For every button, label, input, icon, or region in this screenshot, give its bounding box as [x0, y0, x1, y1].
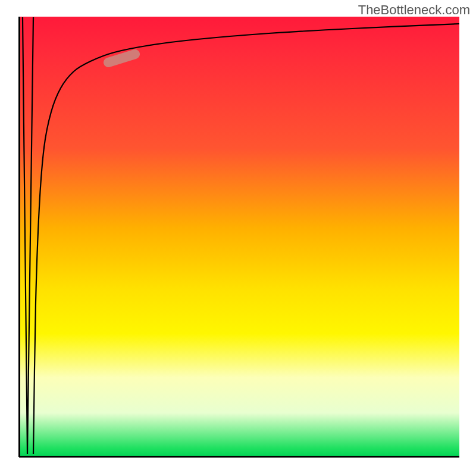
dip-line [23, 17, 33, 454]
chart-stage: TheBottleneck.com [0, 0, 476, 476]
curve-marker [108, 54, 135, 62]
watermark-text: TheBottleneck.com [358, 2, 470, 18]
curve-layer [19, 17, 459, 457]
bottleneck-curve [33, 24, 459, 454]
